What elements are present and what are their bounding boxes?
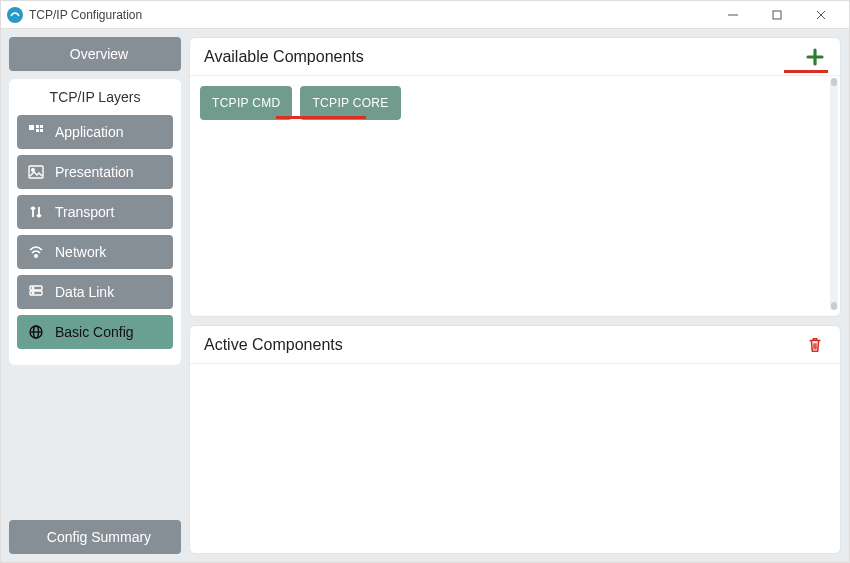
layer-label: Network bbox=[55, 244, 106, 260]
svg-point-17 bbox=[32, 287, 34, 289]
config-summary-button[interactable]: Config Summary bbox=[9, 520, 181, 554]
titlebar: TCP/IP Configuration bbox=[1, 1, 849, 29]
layer-application[interactable]: Application bbox=[17, 115, 173, 149]
svg-rect-2 bbox=[773, 11, 781, 19]
layer-network[interactable]: Network bbox=[17, 235, 173, 269]
sidebar-spacer bbox=[9, 373, 181, 512]
available-panel-title: Available Components bbox=[204, 48, 364, 66]
active-panel-header: Active Components bbox=[190, 326, 840, 364]
delete-component-button[interactable] bbox=[804, 334, 826, 356]
svg-rect-7 bbox=[29, 125, 34, 130]
svg-point-0 bbox=[8, 8, 22, 22]
highlight-add-underline bbox=[784, 70, 828, 73]
layer-presentation[interactable]: Presentation bbox=[17, 155, 173, 189]
layer-label: Data Link bbox=[55, 284, 114, 300]
highlight-core-underline bbox=[276, 116, 366, 119]
app-body: Overview TCP/IP Layers Application Prese… bbox=[1, 29, 849, 562]
close-button[interactable] bbox=[799, 1, 843, 29]
sidebar: Overview TCP/IP Layers Application Prese… bbox=[9, 37, 181, 554]
layer-label: Application bbox=[55, 124, 124, 140]
server-icon bbox=[27, 283, 45, 301]
grid-icon bbox=[27, 123, 45, 141]
svg-point-18 bbox=[32, 292, 34, 294]
layer-label: Presentation bbox=[55, 164, 134, 180]
layer-label: Basic Config bbox=[55, 324, 134, 340]
overview-label: Overview bbox=[70, 46, 128, 62]
svg-rect-12 bbox=[29, 166, 43, 178]
globe-icon bbox=[27, 323, 45, 341]
available-panel-header: Available Components bbox=[190, 38, 840, 76]
app-icon bbox=[7, 7, 23, 23]
layers-panel: TCP/IP Layers Application Presentation T… bbox=[9, 79, 181, 365]
active-components-panel: Active Components bbox=[189, 325, 841, 554]
layer-transport[interactable]: Transport bbox=[17, 195, 173, 229]
maximize-button[interactable] bbox=[755, 1, 799, 29]
svg-rect-9 bbox=[40, 125, 43, 128]
layers-title: TCP/IP Layers bbox=[17, 89, 173, 105]
window-title: TCP/IP Configuration bbox=[29, 8, 142, 22]
main-column: Available Components TCPIP CMD TCPIP COR… bbox=[189, 37, 841, 554]
sort-icon bbox=[27, 203, 45, 221]
component-chip-tcpip-core[interactable]: TCPIP CORE bbox=[300, 86, 400, 120]
svg-rect-8 bbox=[36, 125, 39, 128]
chip-label: TCPIP CORE bbox=[312, 96, 388, 110]
chip-label: TCPIP CMD bbox=[212, 96, 280, 110]
layer-basic-config[interactable]: Basic Config bbox=[17, 315, 173, 349]
svg-rect-10 bbox=[36, 129, 39, 132]
add-component-button[interactable] bbox=[804, 46, 826, 68]
overview-button[interactable]: Overview bbox=[9, 37, 181, 71]
layer-label: Transport bbox=[55, 204, 114, 220]
active-panel-title: Active Components bbox=[204, 336, 343, 354]
window-controls bbox=[711, 1, 843, 29]
available-components-panel: Available Components TCPIP CMD TCPIP COR… bbox=[189, 37, 841, 317]
active-body bbox=[190, 364, 840, 553]
wifi-icon bbox=[27, 243, 45, 261]
image-icon bbox=[27, 163, 45, 181]
available-body: TCPIP CMD TCPIP CORE bbox=[190, 76, 840, 316]
scrollbar[interactable] bbox=[830, 78, 838, 310]
available-chips: TCPIP CMD TCPIP CORE bbox=[200, 86, 830, 120]
summary-label: Config Summary bbox=[47, 529, 151, 545]
svg-point-13 bbox=[32, 169, 35, 172]
scrollbar-up[interactable] bbox=[831, 78, 837, 86]
minimize-button[interactable] bbox=[711, 1, 755, 29]
layer-datalink[interactable]: Data Link bbox=[17, 275, 173, 309]
component-chip-tcpip-cmd[interactable]: TCPIP CMD bbox=[200, 86, 292, 120]
scrollbar-down[interactable] bbox=[831, 302, 837, 310]
svg-point-14 bbox=[35, 255, 37, 257]
svg-rect-11 bbox=[40, 129, 43, 132]
